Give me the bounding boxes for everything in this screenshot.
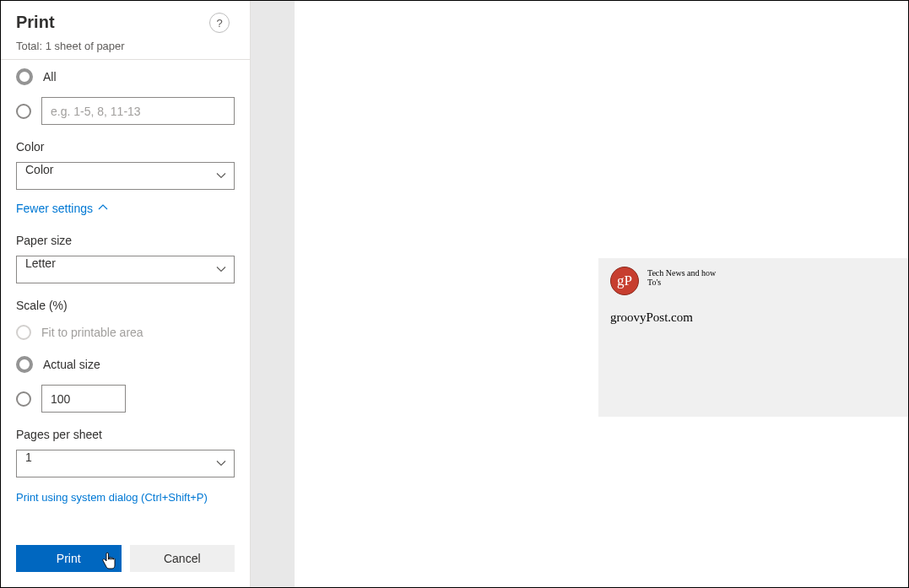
paper-size-select-wrap: Letter xyxy=(16,256,235,283)
help-button[interactable]: ? xyxy=(209,13,230,33)
scale-input[interactable] xyxy=(41,385,126,413)
cursor-hand-icon xyxy=(101,552,116,570)
site-logo: gP xyxy=(610,267,639,295)
radio-fit xyxy=(16,325,31,340)
system-dialog-link[interactable]: Print using system dialog (Ctrl+Shift+P) xyxy=(16,491,235,504)
pps-select-wrap: 1 xyxy=(16,450,235,477)
print-button[interactable]: Print xyxy=(16,545,122,572)
panel-footer: Print Cancel xyxy=(1,533,250,587)
pps-select[interactable]: 1 xyxy=(16,450,235,477)
pages-all-row: All xyxy=(16,65,235,89)
sheet-total: Total: 1 sheet of paper xyxy=(1,40,250,59)
color-select[interactable]: Color xyxy=(16,162,235,190)
color-label: Color xyxy=(16,140,235,154)
settings-scroll-area[interactable]: All Color Color Fewer settings Paper siz… xyxy=(1,59,250,533)
cancel-button[interactable]: Cancel xyxy=(130,545,235,572)
print-button-label: Print xyxy=(57,552,81,565)
color-select-wrap: Color xyxy=(16,162,235,190)
cancel-button-label: Cancel xyxy=(164,552,201,565)
radio-all[interactable] xyxy=(16,68,33,85)
preview-gutter xyxy=(251,1,295,587)
site-tagline: Tech News and how To's xyxy=(647,268,723,287)
page-range-input[interactable] xyxy=(41,97,235,125)
panel-title: Print xyxy=(16,13,55,32)
print-settings-panel: Print ? Total: 1 sheet of paper All Colo… xyxy=(1,1,251,587)
scale-fit-label: Fit to printable area xyxy=(41,326,143,339)
fewer-settings-link[interactable]: Fewer settings xyxy=(16,202,108,215)
paper-size-select[interactable]: Letter xyxy=(16,256,235,283)
fewer-settings-label: Fewer settings xyxy=(16,202,93,215)
print-preview-area: gP Tech News and how To's groovyPost.com xyxy=(295,1,908,587)
pps-label: Pages per sheet xyxy=(16,428,235,441)
paper-size-label: Paper size xyxy=(16,234,235,247)
panel-header: Print ? xyxy=(1,1,250,40)
radio-custom-scale[interactable] xyxy=(16,391,31,407)
pages-all-label: All xyxy=(43,70,57,84)
scale-fit-row: Fit to printable area xyxy=(16,321,235,344)
scale-actual-row: Actual size xyxy=(16,353,235,376)
scale-custom-row xyxy=(16,385,235,413)
radio-actual[interactable] xyxy=(16,356,33,373)
preview-page: gP Tech News and how To's groovyPost.com xyxy=(598,258,908,417)
scale-actual-label: Actual size xyxy=(43,358,100,371)
chevron-up-icon xyxy=(98,202,108,215)
site-title: groovyPost.com xyxy=(610,310,693,325)
pages-range-row xyxy=(16,97,235,125)
scale-label: Scale (%) xyxy=(16,299,235,312)
radio-range[interactable] xyxy=(16,104,31,119)
